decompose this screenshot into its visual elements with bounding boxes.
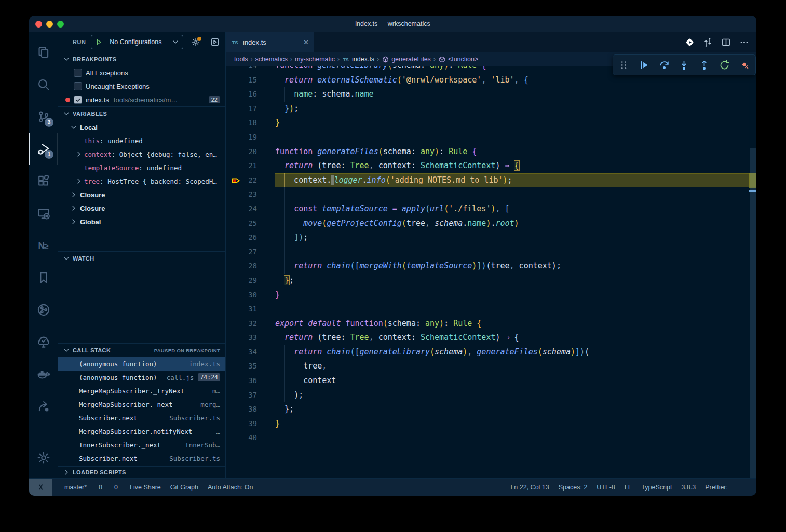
activity-bar-item-search[interactable] [29,69,58,101]
gutter[interactable]: 18 [226,116,275,130]
start-debugging-icon[interactable] [94,38,103,46]
activity-bar-item-docker[interactable] [29,358,58,390]
breakpoint-checkbox[interactable] [74,82,82,90]
variable-row[interactable]: templateSource: undefined [58,161,225,174]
code-line-21[interactable]: 21 return (tree: Tree, context: Schemati… [226,159,756,173]
activity-bar-item-nx-console[interactable]: N≥ [29,229,58,262]
status-item-git-branch[interactable]: master* [62,484,87,491]
drag-handle-button[interactable] [618,60,629,71]
code-line-16[interactable]: 16 name: schema.name [226,87,756,102]
code-line-29[interactable]: 29 }; [226,274,756,288]
variable-scope-closure[interactable]: Closure [58,188,225,201]
status-item-errors[interactable]: 0 [96,484,102,491]
activity-bar-item-explorer[interactable] [29,36,58,69]
breadcrumb-item[interactable]: generateFiles [382,56,431,63]
code-line-17[interactable]: 17 }); [226,102,756,116]
code-line-39[interactable]: 39} [226,417,756,431]
call-stack-frame[interactable]: MergeMapSubscriber._nextmerg… [58,398,225,411]
breadcrumb-item[interactable]: my-schematic [295,56,335,63]
run-or-debug-button[interactable] [685,37,695,47]
status-item-indentation[interactable]: Spaces: 2 [559,484,588,491]
breakpoint-checkbox[interactable] [74,96,82,104]
variable-row[interactable]: context: Object {debug: false, en… [58,147,225,161]
gutter[interactable]: 29 [226,274,275,288]
remote-indicator[interactable] [29,479,52,496]
code-line-28[interactable]: 28 return chain([mergeWith(templateSourc… [226,259,756,274]
open-changes-button[interactable] [703,37,713,47]
status-item-auto-attach[interactable]: Auto Attach: On [208,484,253,491]
call-stack-frame[interactable]: InnerSubscriber._nextInnerSub… [58,438,225,452]
activity-bar-item-git-graph[interactable] [29,294,58,326]
gutter[interactable]: 15 [226,73,275,88]
breadcrumb-item[interactable]: tools [234,56,248,63]
tab-index-ts[interactable]: TS index.ts ✕ [226,32,314,52]
code-line-19[interactable]: 19 [226,130,756,145]
call-stack-frame[interactable]: Subscriber.nextSubscriber.ts [58,452,225,465]
step-out-button[interactable] [699,60,710,71]
gutter[interactable]: 26 [226,230,275,245]
variable-row[interactable]: tree: HostTree {_backend: ScopedH… [58,174,225,188]
breakpoint-row[interactable]: index.tstools/schematics/my-sch…22 [58,93,225,106]
launch-configuration-dropdown[interactable]: No Configurations [91,35,183,49]
close-tab-button[interactable]: ✕ [303,38,309,46]
code-line-26[interactable]: 26 ]); [226,230,756,245]
gutter[interactable]: 24 [226,202,275,216]
call-stack-frame[interactable]: (anonymous function)index.ts [58,357,225,371]
variable-scope-closure[interactable]: Closure [58,201,225,215]
activity-bar-item-run-and-debug[interactable]: 1 [29,133,58,165]
call-stack-frame[interactable]: MergeMapSubscriber._tryNextm… [58,384,225,398]
variable-row[interactable]: this: undefined [58,134,225,147]
gutter[interactable]: 33 [226,331,275,345]
gutter[interactable]: 38 [226,402,275,417]
status-item-cursor-position[interactable]: Ln 22, Col 13 [510,484,549,491]
gutter[interactable]: 40 [226,431,275,445]
gutter[interactable]: 21 [226,159,275,173]
status-item-git-graph[interactable]: Git Graph [170,484,198,491]
gutter[interactable]: 19 [226,130,275,145]
configure-gear-button[interactable] [192,38,200,46]
code-line-33[interactable]: 33 return (tree: Tree, context: Schemati… [226,331,756,345]
activity-bar-item-remote-explorer[interactable] [29,197,58,229]
activity-bar-item-test-explorer[interactable] [29,326,58,358]
watch-section-header[interactable]: WATCH [58,251,225,265]
breadcrumb-item[interactable]: <function> [438,56,478,63]
breakpoint-current-line-icon[interactable] [231,175,241,186]
more-actions-button[interactable] [739,37,749,47]
gutter[interactable]: 35 [226,359,275,374]
code-line-40[interactable]: 40 [226,431,756,445]
vertical-scrollbar[interactable] [749,66,756,478]
step-over-button[interactable] [659,60,670,71]
restart-button[interactable] [719,60,730,71]
breakpoint-row[interactable]: All Exceptions [58,66,225,79]
activity-bar-item-bookmarks[interactable] [29,262,58,294]
variables-section-header[interactable]: VARIABLES [58,106,225,120]
code-line-23[interactable]: 23 [226,187,756,202]
status-item-live-share[interactable]: Live Share [127,484,161,491]
code-line-25[interactable]: 25 move(getProjectConfig(tree, schema.na… [226,216,756,231]
code-line-34[interactable]: 34 return chain([generateLibrary(schema)… [226,345,756,360]
code-line-31[interactable]: 31 [226,302,756,317]
gutter[interactable]: 27 [226,245,275,260]
code-line-18[interactable]: 18} [226,116,756,130]
variable-scope-global[interactable]: Global [58,215,225,228]
call-stack-section-header[interactable]: CALL STACK PAUSED ON BREAKPOINT [58,343,225,357]
disconnect-button[interactable] [739,60,750,71]
call-stack-frame[interactable]: (anonymous function)call.js74:24 [58,371,225,384]
call-stack-frame[interactable]: MergeMapSubscriber.notifyNext… [58,425,225,438]
status-item-encoding[interactable]: UTF-8 [597,484,615,491]
split-editor-button[interactable] [721,37,731,47]
gutter[interactable]: 14 [226,66,275,73]
continue-button[interactable] [639,60,649,71]
gutter[interactable]: 34 [226,345,275,360]
code-line-20[interactable]: 20function generateFiles(schema: any): R… [226,145,756,159]
code-line-37[interactable]: 37 ); [226,388,756,403]
gutter[interactable]: 28 [226,259,275,274]
activity-bar-item-extensions[interactable] [29,165,58,197]
gutter[interactable]: 32 [226,317,275,331]
status-item-ts-version[interactable]: 3.8.3 [681,484,696,491]
gutter[interactable]: 36 [226,374,275,388]
code-line-24[interactable]: 24 const templateSource = apply(url('./f… [226,202,756,216]
status-item-warnings[interactable]: 0 [112,484,118,491]
status-item-eol[interactable]: LF [625,484,632,491]
code-line-30[interactable]: 30} [226,288,756,303]
